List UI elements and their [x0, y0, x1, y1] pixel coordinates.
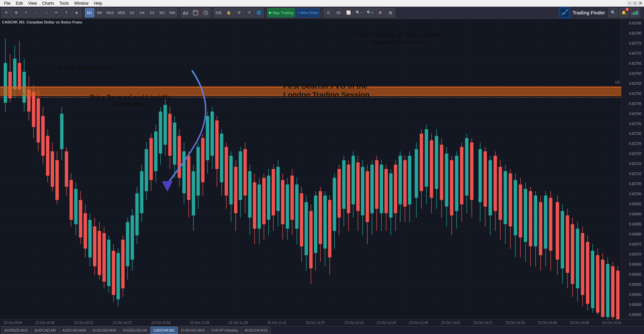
- pointer-tool[interactable]: ↖: [21, 8, 31, 17]
- price-label-6: 0.62755: [623, 82, 643, 86]
- svg-rect-142: [206, 116, 209, 160]
- notification-btn[interactable]: 🔔 1: [619, 8, 629, 17]
- menu-window[interactable]: Window: [71, 1, 91, 6]
- svg-rect-250: [465, 138, 468, 196]
- tab-audcad-m30[interactable]: AUDCAD,M30: [59, 327, 89, 334]
- price-label-23: 0.62670: [623, 253, 643, 256]
- svg-rect-94: [93, 226, 96, 266]
- svg-rect-224: [398, 156, 402, 204]
- price-reversal-annotation: Price Reversal and LiquidityAbsorption: [90, 94, 171, 108]
- time-label-4: 23 Oct 10:53: [151, 321, 170, 325]
- color-scheme-btn[interactable]: [191, 8, 200, 17]
- line-tool[interactable]: ⟋: [32, 8, 41, 17]
- tab-audchf-m15[interactable]: AUDCHF,M15: [241, 327, 271, 334]
- svg-line-9: [206, 13, 207, 13]
- minimize-button[interactable]: ─: [627, 1, 632, 6]
- price-levels-btn[interactable]: ⚖: [324, 8, 333, 17]
- search-btn[interactable]: 🔍: [608, 8, 618, 17]
- ide-btn[interactable]: IDE: [214, 8, 223, 17]
- text-tool[interactable]: T: [62, 8, 71, 17]
- price-decrease-annotation: Price Decrease: [58, 64, 111, 72]
- svg-rect-288: [566, 215, 569, 273]
- tf-mn[interactable]: MN: [168, 8, 177, 17]
- tab-cadchf-m1[interactable]: CADCHF,M1: [151, 327, 178, 334]
- menu-view[interactable]: View: [25, 1, 40, 6]
- svg-rect-156: [239, 151, 242, 200]
- svg-rect-262: [499, 167, 502, 220]
- tf-d1[interactable]: D1: [148, 8, 157, 17]
- lock-btn[interactable]: 🔒: [224, 8, 233, 17]
- chart-area[interactable]: CADCHF, M1: Canadian Dollar vs Swiss Fra…: [0, 19, 644, 319]
- svg-rect-6: [196, 11, 197, 12]
- svg-rect-154: [234, 167, 237, 213]
- svg-rect-76: [51, 151, 54, 186]
- time-label-5: 23 Oct 11:09: [190, 321, 209, 325]
- maximize-button[interactable]: □: [633, 1, 637, 6]
- menu-charts[interactable]: Charts: [40, 1, 57, 6]
- tab-dogeusd-h4[interactable]: DOGEUSD,H4: [120, 327, 150, 334]
- forward-btn[interactable]: ⇄: [234, 8, 244, 17]
- chart-shift-btn[interactable]: 📈: [344, 8, 353, 17]
- tab-eosusd-m30[interactable]: EOSUSD,M30: [90, 327, 119, 334]
- svg-rect-200: [342, 160, 345, 209]
- tf-w1[interactable]: W1: [158, 8, 167, 17]
- svg-rect-286: [561, 211, 564, 268]
- tf-m5[interactable]: M5: [95, 8, 104, 17]
- price-label-16: 0.62705: [623, 182, 643, 186]
- price-label-3: 0.62770: [623, 52, 643, 55]
- tab-audnzd-m15[interactable]: AUDNZD,M15: [1, 327, 31, 334]
- svg-rect-82: [65, 151, 68, 186]
- svg-rect-244: [450, 160, 453, 216]
- svg-rect-284: [556, 202, 559, 260]
- zoom-in-btn[interactable]: 🔍+: [365, 8, 375, 17]
- price-label-19: 0.62690: [623, 212, 643, 216]
- tab-eurusd-m15[interactable]: EURUSD,M15: [178, 327, 208, 334]
- tf-m1[interactable]: M1: [85, 8, 94, 17]
- tf-m30[interactable]: M30: [116, 8, 126, 17]
- shapes-tool[interactable]: ◈: [72, 8, 81, 17]
- web-btn[interactable]: 🌐: [254, 8, 264, 17]
- menu-tools[interactable]: Tools: [57, 1, 71, 6]
- crosshair-tool[interactable]: ✛: [1, 8, 11, 17]
- price-label-8: 0.62745: [623, 102, 643, 106]
- svg-rect-88: [79, 200, 82, 237]
- svg-rect-194: [328, 200, 331, 257]
- svg-rect-122: [159, 112, 162, 154]
- algo-trading-btn[interactable]: ▶ Algo Trading: [267, 8, 295, 17]
- menu-help[interactable]: Help: [91, 1, 105, 6]
- refresh-btn[interactable]: ↺: [244, 8, 254, 17]
- tab-chfjpy-weekly[interactable]: CHFJPY,Weekly: [208, 327, 241, 334]
- sep3: [212, 9, 212, 17]
- tf-h4[interactable]: H4: [138, 8, 147, 17]
- svg-rect-202: [347, 165, 350, 213]
- svg-rect-62: [18, 63, 21, 90]
- svg-rect-96: [98, 231, 101, 275]
- menu-file[interactable]: File: [1, 1, 13, 6]
- tf-h1[interactable]: H1: [127, 8, 137, 17]
- svg-rect-274: [529, 191, 532, 246]
- svg-rect-176: [286, 184, 289, 229]
- tab-audcad-m5[interactable]: AUDCAD,M5: [31, 327, 59, 334]
- price-label-4: 0.62765: [623, 62, 643, 65]
- svg-rect-80: [60, 114, 63, 149]
- price-label-24: 0.62665: [623, 263, 643, 266]
- menu-edit[interactable]: Edit: [13, 1, 25, 6]
- svg-rect-102: [112, 251, 115, 295]
- hline-tool[interactable]: ─: [42, 8, 51, 17]
- svg-rect-86: [74, 189, 77, 224]
- new-order-btn[interactable]: + New Order: [296, 8, 320, 17]
- pencil-tool[interactable]: ✏: [52, 8, 61, 17]
- grid-btn[interactable]: ⊞: [376, 8, 385, 17]
- tf-m15[interactable]: M15: [105, 8, 115, 17]
- price-label-2: 0.62775: [623, 42, 643, 45]
- tab-bar: AUDNZD,M15 AUDCAD,M5 AUDCAD,M30 EOSUSD,M…: [0, 326, 644, 334]
- zoom-in-tool[interactable]: ⊕: [11, 8, 21, 17]
- close-button[interactable]: ✕: [638, 1, 643, 6]
- chart-type-btn[interactable]: [181, 8, 190, 17]
- zoom-out-btn[interactable]: 🔍−: [354, 8, 364, 17]
- new-order-icon: +: [297, 11, 299, 15]
- svg-rect-204: [352, 156, 355, 204]
- indicators-btn[interactable]: [201, 8, 210, 17]
- quotes-btn[interactable]: 00: [334, 8, 343, 17]
- properties-btn[interactable]: ▤: [386, 8, 395, 17]
